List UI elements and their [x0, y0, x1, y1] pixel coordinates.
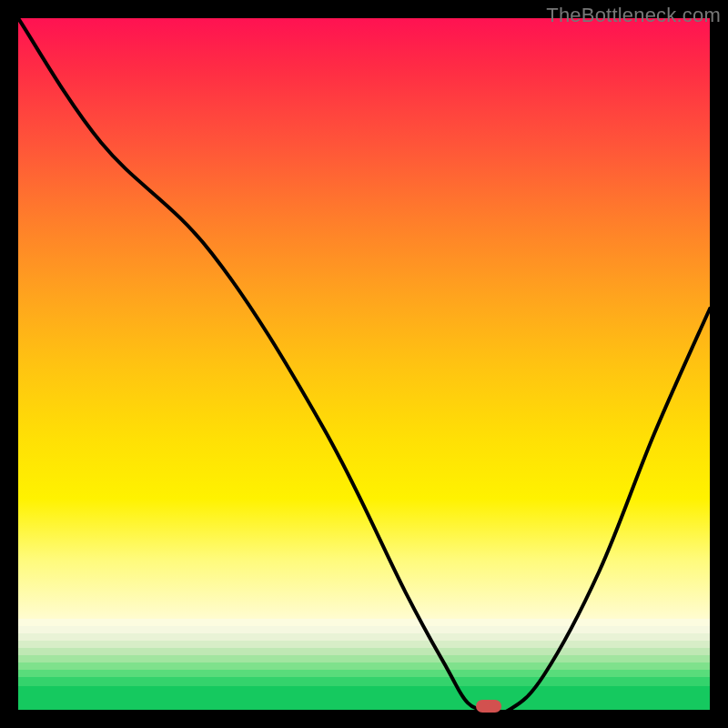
watermark-label: TheBottleneck.com	[546, 4, 721, 27]
bottleneck-curve	[18, 18, 710, 710]
optimal-marker	[476, 700, 501, 713]
plot-area	[18, 18, 710, 710]
chart-frame: TheBottleneck.com	[0, 0, 728, 728]
curve-svg	[18, 18, 710, 710]
